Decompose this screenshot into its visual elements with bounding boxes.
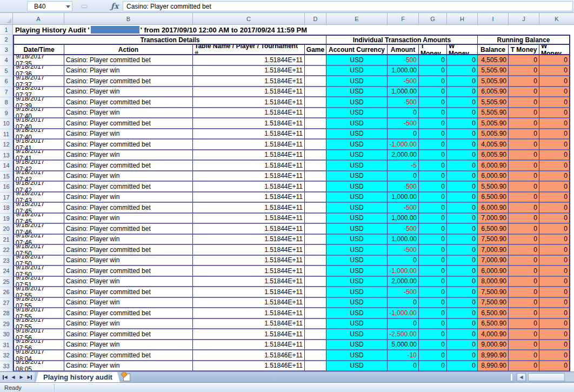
cell-t-money[interactable]: 0 (419, 171, 447, 182)
cell-w-money[interactable]: 0 (447, 66, 478, 77)
cell-balance[interactable]: 6,000.90 (478, 161, 509, 171)
cell-w-money[interactable]: 0 (447, 329, 478, 340)
cell-action[interactable]: Casino: Player committed bet (64, 97, 193, 108)
row-header[interactable]: 33 (0, 361, 13, 372)
cell-account-currency[interactable]: USD (326, 87, 388, 98)
formula-bar-splitter[interactable] (81, 5, 88, 8)
cell-w-money[interactable]: 0 (447, 214, 478, 224)
cell-t-money[interactable]: 0 (419, 329, 447, 340)
cell-amount[interactable]: -500 (388, 55, 419, 66)
cell-w-money[interactable]: 0 (447, 277, 478, 288)
cell-amount[interactable]: 1,000.00 (388, 214, 419, 224)
next-sheet-button[interactable]: ▶ (18, 374, 25, 381)
cell-amount[interactable]: 2,000.00 (388, 277, 419, 288)
tab-scrollbar-splitter[interactable] (510, 373, 513, 381)
cell-account-currency[interactable]: USD (326, 118, 388, 129)
row-header[interactable]: 21 (0, 235, 13, 245)
cell-w-money[interactable]: 0 (447, 203, 478, 214)
cell-balance[interactable]: 4,505.90 (478, 55, 509, 66)
cell-account-currency[interactable]: USD (326, 182, 388, 192)
column-header-k[interactable]: K (539, 13, 574, 25)
cell-action[interactable]: Casino: Player win (64, 214, 193, 224)
row-header[interactable]: 8 (0, 97, 13, 108)
cell-rb-w-money[interactable]: 0 (539, 150, 570, 161)
cell-w-money[interactable]: 0 (447, 308, 478, 319)
cell-table-number[interactable]: 1.51844E+11 (193, 329, 305, 340)
cell-account-currency[interactable]: USD (326, 161, 388, 171)
cell-rb-t-money[interactable]: 0 (509, 298, 539, 309)
cell-account-currency[interactable]: USD (326, 171, 388, 182)
cell-table-number[interactable]: 1.51844E+11 (193, 66, 305, 77)
cell-rb-w-money[interactable]: 0 (539, 203, 570, 214)
cell-t-money[interactable]: 0 (419, 361, 447, 372)
row-header[interactable]: 5 (0, 66, 13, 77)
cell-game[interactable] (305, 245, 326, 256)
group-transaction-details[interactable]: Transaction Details (13, 35, 326, 45)
cell-amount[interactable]: 2,000.00 (388, 150, 419, 161)
cell-game[interactable] (305, 298, 326, 309)
cell-t-money[interactable]: 0 (419, 287, 447, 298)
row-header[interactable]: 1 (0, 25, 13, 35)
cell-rb-t-money[interactable]: 0 (509, 171, 539, 182)
cell-t-money[interactable]: 0 (419, 139, 447, 150)
cell-game[interactable] (305, 308, 326, 319)
sheet-tab-active[interactable]: Playing history audit (36, 372, 120, 382)
cell-t-money[interactable]: 0 (419, 245, 447, 256)
cell-action[interactable]: Casino: Player committed bet (64, 224, 193, 235)
cell-account-currency[interactable]: USD (326, 214, 388, 224)
cell-game[interactable] (305, 192, 326, 203)
cell-game[interactable] (305, 76, 326, 87)
cell-balance[interactable]: 6,500.90 (478, 192, 509, 203)
row-header[interactable]: 9 (0, 108, 13, 119)
name-box-dropdown-icon[interactable] (66, 5, 70, 8)
cell-table-number[interactable]: 1.51844E+11 (193, 287, 305, 298)
cell-rb-t-money[interactable]: 0 (509, 319, 539, 330)
cell-table-number[interactable]: 1.51844E+11 (193, 108, 305, 119)
formula-input[interactable]: Casino: Player committed bet (123, 1, 573, 11)
row-header[interactable]: 14 (0, 161, 13, 171)
cell-rb-w-money[interactable]: 0 (539, 87, 570, 98)
row-header[interactable]: 22 (0, 245, 13, 256)
column-header-c[interactable]: C (193, 13, 305, 25)
cell-w-money[interactable]: 0 (447, 161, 478, 171)
cell-date-time[interactable]: 9/18/2017 07:50 (13, 256, 64, 267)
cell-date-time[interactable]: 9/18/2017 07:45 (13, 214, 64, 224)
cell-account-currency[interactable]: USD (326, 108, 388, 119)
cell-game[interactable] (305, 319, 326, 330)
cell-balance[interactable]: 8,990.90 (478, 361, 509, 372)
cell-amount[interactable]: -500 (388, 118, 419, 129)
cell-table-number[interactable]: 1.51844E+11 (193, 266, 305, 277)
cell-t-money[interactable]: 0 (419, 182, 447, 192)
cell-w-money[interactable]: 0 (447, 55, 478, 66)
insert-worksheet-icon[interactable] (123, 374, 130, 381)
cell-table-number[interactable]: 1.51844E+11 (193, 256, 305, 267)
row-header[interactable]: 20 (0, 224, 13, 235)
cell-account-currency[interactable]: USD (326, 319, 388, 330)
cell-action[interactable]: Casino: Player committed bet (64, 308, 193, 319)
column-header-i[interactable]: I (478, 13, 509, 25)
cell-rb-t-money[interactable]: 0 (509, 214, 539, 224)
cell-w-money[interactable]: 0 (447, 150, 478, 161)
cell-game[interactable] (305, 97, 326, 108)
cell-balance[interactable]: 5,005.90 (478, 129, 509, 140)
cell-rb-w-money[interactable]: 0 (539, 350, 570, 361)
row-header[interactable]: 4 (0, 55, 13, 66)
cell-game[interactable] (305, 224, 326, 235)
row-header[interactable]: 3 (0, 45, 13, 55)
cell-action[interactable]: Casino: Player win (64, 129, 193, 140)
cell-balance[interactable]: 5,005.90 (478, 76, 509, 87)
cell-t-money[interactable]: 0 (419, 350, 447, 361)
cell-t-money[interactable]: 0 (419, 214, 447, 224)
cell-table-number[interactable]: 1.51844E+11 (193, 203, 305, 214)
cell-t-money[interactable]: 0 (419, 161, 447, 171)
cell-balance[interactable]: 5,505.90 (478, 66, 509, 77)
cell-date-time[interactable]: 9/18/2017 07:41 (13, 150, 64, 161)
row-header[interactable]: 28 (0, 308, 13, 319)
row-header[interactable]: 19 (0, 214, 13, 224)
cell-rb-w-money[interactable]: 0 (539, 224, 570, 235)
cell-date-time[interactable]: 9/18/2017 08:04 (13, 350, 64, 361)
cell-date-time[interactable]: 9/18/2017 07:45 (13, 203, 64, 214)
cell-rb-w-money[interactable]: 0 (539, 118, 570, 129)
cell-date-time[interactable]: 9/18/2017 07:55 (13, 298, 64, 309)
cell-account-currency[interactable]: USD (326, 150, 388, 161)
